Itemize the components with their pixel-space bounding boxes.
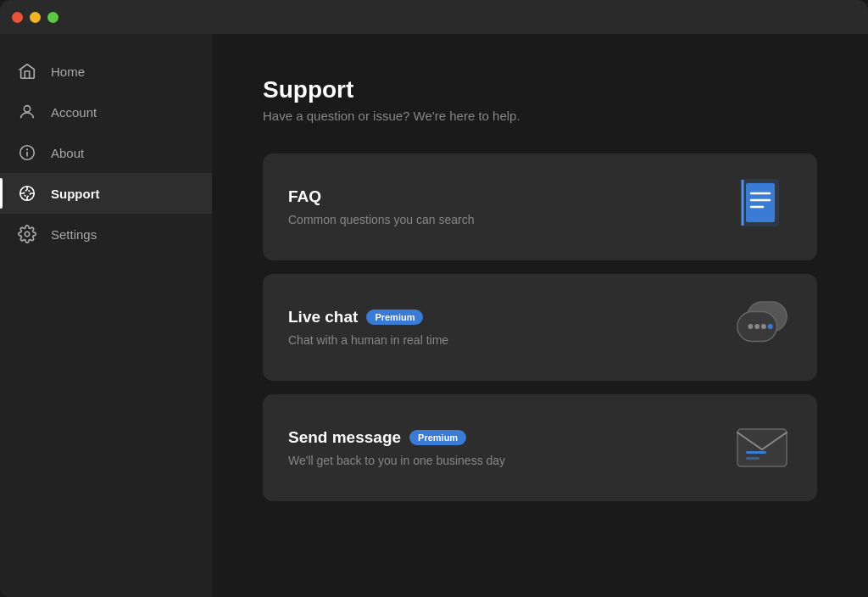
faq-icon xyxy=(732,177,792,237)
faq-card[interactable]: FAQ Common questions you can search xyxy=(263,153,817,260)
svg-point-22 xyxy=(768,324,773,329)
titlebar xyxy=(0,0,868,34)
svg-point-5 xyxy=(24,190,30,196)
sidebar-label-support: Support xyxy=(51,187,100,201)
send-message-card-content: Send message Premium We'll get back to y… xyxy=(288,428,715,467)
faq-title: FAQ xyxy=(288,187,321,206)
sidebar-item-about[interactable]: About xyxy=(0,132,212,173)
send-message-description: We'll get back to you in one business da… xyxy=(288,454,715,467)
chat-icon xyxy=(732,298,792,357)
svg-rect-12 xyxy=(746,183,775,222)
page-subtitle: Have a question or issue? We're here to … xyxy=(263,109,817,123)
send-message-badge: Premium xyxy=(409,430,466,445)
send-message-card[interactable]: Send message Premium We'll get back to y… xyxy=(263,394,817,501)
settings-icon xyxy=(17,224,37,244)
about-icon xyxy=(17,142,37,163)
svg-rect-25 xyxy=(746,457,760,460)
minimize-button[interactable] xyxy=(30,12,41,23)
live-chat-card[interactable]: Live chat Premium Chat with a human in r… xyxy=(263,274,817,381)
sidebar-item-support[interactable]: Support xyxy=(0,173,212,214)
svg-point-20 xyxy=(754,324,760,329)
home-icon xyxy=(17,61,37,81)
sidebar-label-account: Account xyxy=(51,105,97,120)
close-button[interactable] xyxy=(12,12,23,23)
svg-point-19 xyxy=(748,324,753,329)
live-chat-description: Chat with a human in real time xyxy=(288,333,715,347)
support-icon xyxy=(17,183,37,204)
svg-point-0 xyxy=(24,106,30,112)
send-message-title-row: Send message Premium xyxy=(288,428,715,447)
page-title: Support xyxy=(263,76,817,103)
faq-title-row: FAQ xyxy=(288,187,715,206)
account-icon xyxy=(17,102,37,122)
sidebar-label-about: About xyxy=(51,146,84,160)
live-chat-title: Live chat xyxy=(288,308,358,326)
sidebar-label-settings: Settings xyxy=(51,227,97,242)
live-chat-badge: Premium xyxy=(366,310,423,325)
svg-rect-23 xyxy=(737,429,787,466)
sidebar-item-home[interactable]: Home xyxy=(0,51,212,92)
faq-description: Common questions you can search xyxy=(288,213,715,226)
send-message-title: Send message xyxy=(288,428,401,447)
message-icon xyxy=(732,418,792,477)
faq-card-content: FAQ Common questions you can search xyxy=(288,187,715,226)
maximize-button[interactable] xyxy=(47,12,58,23)
main-content: Support Have a question or issue? We're … xyxy=(212,34,868,597)
live-chat-card-content: Live chat Premium Chat with a human in r… xyxy=(288,308,715,347)
live-chat-title-row: Live chat Premium xyxy=(288,308,715,326)
svg-point-21 xyxy=(761,324,766,329)
sidebar-label-home: Home xyxy=(51,64,85,79)
sidebar: Home Account About Support xyxy=(0,34,212,597)
sidebar-item-settings[interactable]: Settings xyxy=(0,214,212,254)
app-body: Home Account About Support xyxy=(0,34,868,597)
svg-rect-24 xyxy=(746,451,766,454)
sidebar-item-account[interactable]: Account xyxy=(0,92,212,132)
svg-point-10 xyxy=(25,232,30,237)
